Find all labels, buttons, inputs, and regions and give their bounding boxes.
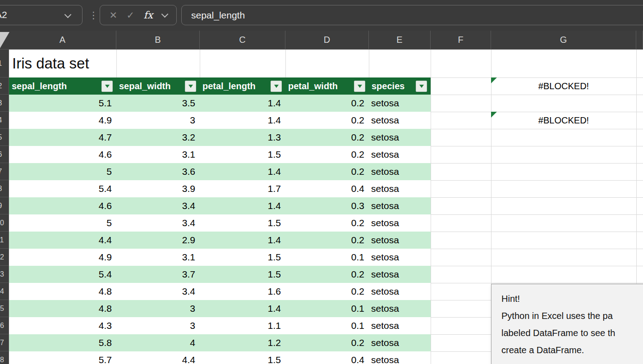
cell[interactable]: 1.1	[200, 317, 285, 334]
cell[interactable]: 1.7	[200, 180, 285, 197]
cell[interactable]: setosa	[369, 266, 431, 283]
cell[interactable]: 3.9	[116, 180, 200, 197]
row-header-13[interactable]: 13	[0, 266, 9, 283]
row-header-16[interactable]: 16	[0, 317, 9, 334]
row-header-8[interactable]: 8	[0, 180, 9, 197]
row-header-3[interactable]: 3	[0, 95, 9, 112]
cell[interactable]: 0.2	[285, 334, 369, 351]
filter-button[interactable]	[101, 81, 113, 92]
row-header-15[interactable]: 15	[0, 300, 9, 317]
cell[interactable]: 1.4	[200, 232, 285, 249]
cell[interactable]: 1.6	[200, 283, 285, 300]
cell[interactable]: setosa	[369, 317, 431, 334]
cell[interactable]: 5.1	[9, 95, 116, 112]
cell[interactable]: 5	[9, 163, 116, 180]
table-header-cell-sepal_width[interactable]: sepal_width	[116, 77, 200, 95]
column-header-A[interactable]: A	[9, 31, 116, 49]
row-header-14[interactable]: 14	[0, 283, 9, 300]
blocked-cell[interactable]: #BLOCKED!	[491, 112, 636, 129]
cell[interactable]: 1.5	[200, 249, 285, 266]
cell[interactable]: 5	[9, 214, 116, 232]
cell[interactable]: 0.2	[285, 112, 369, 129]
cell[interactable]: 0.2	[285, 266, 369, 283]
cell[interactable]: 1.5	[200, 214, 285, 232]
cell[interactable]: setosa	[369, 283, 431, 300]
cell[interactable]: 4.6	[9, 197, 116, 214]
table-header-cell-petal_width[interactable]: petal_width	[285, 77, 369, 95]
table-header-cell-species[interactable]: species	[369, 77, 431, 95]
cell[interactable]: 5.4	[9, 266, 116, 283]
cell[interactable]: 3.1	[116, 249, 200, 266]
cell[interactable]: 4.9	[9, 249, 116, 266]
cell[interactable]: 0.1	[285, 300, 369, 317]
cell[interactable]: 3.2	[116, 129, 200, 146]
cell[interactable]: 1.4	[200, 112, 285, 129]
cell[interactable]: 1.5	[200, 266, 285, 283]
cell[interactable]: 0.3	[285, 197, 369, 214]
cell[interactable]: 3.6	[116, 163, 200, 180]
cell[interactable]: 0.4	[285, 351, 369, 364]
cell[interactable]: 5.4	[9, 180, 116, 197]
cell[interactable]: 4	[116, 334, 200, 351]
cell[interactable]: setosa	[369, 214, 431, 232]
cell[interactable]: 1.4	[200, 95, 285, 112]
row-header-6[interactable]: 6	[0, 146, 9, 163]
filter-button[interactable]	[354, 81, 365, 92]
cell[interactable]: 0.1	[285, 317, 369, 334]
cell[interactable]: setosa	[369, 300, 431, 317]
cell[interactable]: 0.2	[285, 146, 369, 163]
row-header-1[interactable]: 1	[0, 50, 9, 77]
cell[interactable]: 3	[116, 300, 200, 317]
cell[interactable]: 0.2	[285, 232, 369, 249]
chevron-down-icon[interactable]	[64, 11, 72, 18]
cell[interactable]: 3	[116, 112, 200, 129]
cell[interactable]: 5.8	[9, 334, 116, 351]
table-header-cell-sepal_length[interactable]: sepal_length	[9, 77, 116, 95]
column-header-C[interactable]: C	[200, 31, 285, 49]
cell[interactable]: setosa	[369, 197, 431, 214]
cell-a1-title[interactable]: Iris data set	[12, 50, 89, 77]
cell[interactable]: 3.4	[116, 283, 200, 300]
chevron-down-icon[interactable]	[161, 10, 168, 18]
cell[interactable]: 0.1	[285, 249, 369, 266]
enter-icon[interactable]: ✓	[126, 10, 134, 21]
cell[interactable]: setosa	[369, 163, 431, 180]
row-header-12[interactable]: 12	[0, 249, 9, 266]
row-header-17[interactable]: 17	[0, 334, 9, 351]
row-header-11[interactable]: 11	[0, 232, 9, 249]
cell[interactable]: 3.4	[116, 197, 200, 214]
cell[interactable]: 3.7	[116, 266, 200, 283]
column-header-F[interactable]: F	[431, 31, 491, 49]
blocked-cell[interactable]: #BLOCKED!	[491, 77, 636, 95]
cell[interactable]: 0.2	[285, 95, 369, 112]
cell[interactable]: 1.5	[200, 351, 285, 364]
cell[interactable]: 4.9	[9, 112, 116, 129]
cancel-icon[interactable]: ✕	[109, 10, 117, 21]
insert-function-button[interactable]: fx	[144, 9, 153, 21]
cell[interactable]: setosa	[369, 232, 431, 249]
formula-input[interactable]: sepal_length	[181, 5, 643, 25]
cell[interactable]: 4.4	[116, 351, 200, 364]
row-header-9[interactable]: 9	[0, 197, 9, 214]
cell[interactable]: setosa	[369, 180, 431, 197]
cell[interactable]: 3.4	[116, 214, 200, 232]
cell[interactable]: 0.2	[285, 214, 369, 232]
table-header-cell-petal_length[interactable]: petal_length	[200, 77, 285, 95]
cell[interactable]: setosa	[369, 334, 431, 351]
cell[interactable]: 4.6	[9, 146, 116, 163]
column-header-clipped[interactable]	[636, 31, 643, 49]
cell[interactable]: 0.2	[285, 163, 369, 180]
cell[interactable]: 4.8	[9, 300, 116, 317]
name-box[interactable]: A2	[0, 5, 83, 25]
cell[interactable]: 3.5	[116, 95, 200, 112]
cell[interactable]: 2.9	[116, 232, 200, 249]
cell[interactable]: 0.2	[285, 283, 369, 300]
select-all-corner[interactable]	[0, 32, 9, 48]
column-header-D[interactable]: D	[285, 31, 369, 49]
column-header-B[interactable]: B	[116, 31, 200, 49]
cell[interactable]: 1.4	[200, 300, 285, 317]
row-header-2[interactable]: 2	[0, 77, 9, 95]
cell[interactable]: 4.4	[9, 232, 116, 249]
cell[interactable]: 1.4	[200, 197, 285, 214]
cell[interactable]: 0.4	[285, 180, 369, 197]
